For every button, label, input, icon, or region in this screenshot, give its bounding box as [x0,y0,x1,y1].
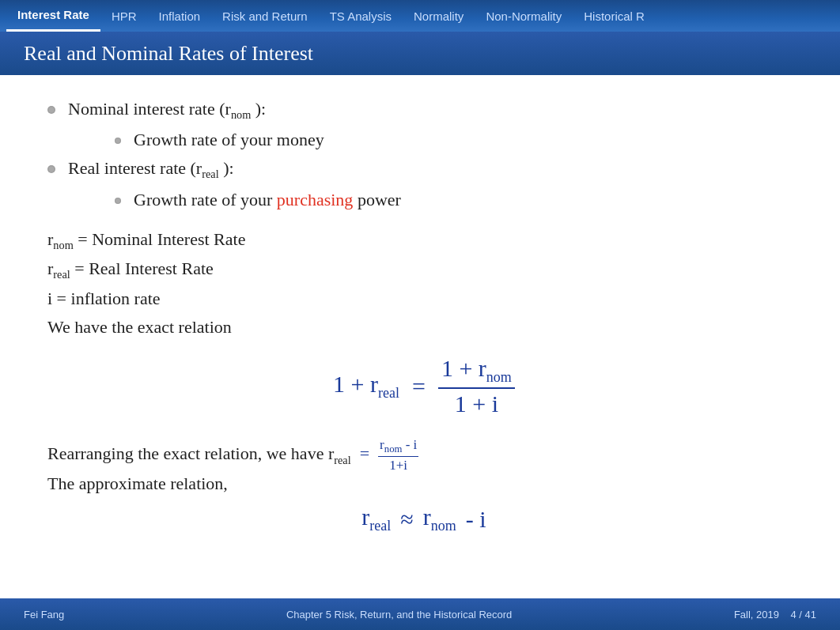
small-denominator: 1+i [388,457,409,473]
bullet-real: Real interest rate (rreal ): [47,158,800,181]
footer-title: Chapter 5 Risk, Return, and the Historic… [286,609,512,621]
nav-item-non-normality[interactable]: Non-Normality [475,0,573,32]
real-text: Real interest rate (rreal ): [68,158,234,181]
formula-equals: = [412,373,426,400]
small-numerator: rnom - i [378,437,418,457]
nav-item-historical[interactable]: Historical R [573,0,656,32]
exact-formula-container: 1 + rreal = 1 + rnom 1 + i [47,355,800,417]
purchasing-word: purchasing [277,190,354,209]
formula-denominator: 1 + i [452,389,501,417]
bullet-dot-1-sub [115,138,121,144]
bullet-dot-2 [47,165,55,173]
def-i: i = inflation rate [47,285,800,312]
title-bar: Real and Nominal Rates of Interest [0,32,840,75]
approx-lhs: rreal [361,504,391,534]
approx-text-label: The approximate relation, [47,473,800,494]
def-rreal: rreal = Real Interest Rate [47,255,800,284]
formula-fraction: 1 + rnom 1 + i [438,355,515,417]
nav-item-inflation[interactable]: Inflation [148,0,212,32]
formula-lhs: 1 + rreal [333,371,399,402]
approx-formula-container: rreal ≈ rnom - i [47,504,800,534]
definitions-section: rnom = Nominal Interest Rate rreal = Rea… [47,226,800,341]
rearrange-section: Rearranging the exact relation, we have … [47,437,800,494]
approx-minus: - i [466,506,486,533]
bullet-nominal-sub: Growth rate of your money [91,130,800,150]
nav-item-normality[interactable]: Normality [403,0,475,32]
def-relation: We have the exact relation [47,314,800,341]
bullet-section: Nominal interest rate (rnom ): Growth ra… [47,99,800,210]
bullet-dot-2-sub [115,198,121,204]
exact-formula: 1 + rreal = 1 + rnom 1 + i [333,355,515,417]
nominal-sub-text: Growth rate of your money [134,130,324,150]
formula-numerator: 1 + rnom [438,355,515,389]
nominal-text: Nominal interest rate (rnom ): [68,99,266,122]
real-sub-text: Growth rate of your purchasing power [134,190,401,210]
footer: Fei Fang Chapter 5 Risk, Return, and the… [0,598,840,630]
rearrange-text: Rearranging the exact relation, we have … [47,437,800,473]
nav-item-risk-return[interactable]: Risk and Return [211,0,319,32]
footer-page: Fall, 2019 4 / 41 [734,609,816,621]
nav-item-ts-analysis[interactable]: TS Analysis [319,0,403,32]
approx-rhs: rnom [423,504,456,534]
bullet-real-sub: Growth rate of your purchasing power [91,190,800,210]
page-title: Real and Nominal Rates of Interest [24,42,313,66]
nav-item-interest-rate[interactable]: Interest Rate [6,0,100,32]
approx-symbol: ≈ [400,506,413,533]
nav-item-hpr[interactable]: HPR [100,0,148,32]
bullet-dot-1 [47,106,55,114]
small-fraction: rnom - i 1+i [378,437,418,473]
nav-bar: Interest Rate HPR Inflation Risk and Ret… [0,0,840,32]
bullet-nominal: Nominal interest rate (rnom ): [47,99,800,122]
footer-author: Fei Fang [24,609,64,621]
def-rnom: rnom = Nominal Interest Rate [47,226,800,255]
main-content: Nominal interest rate (rnom ): Growth ra… [0,75,840,598]
